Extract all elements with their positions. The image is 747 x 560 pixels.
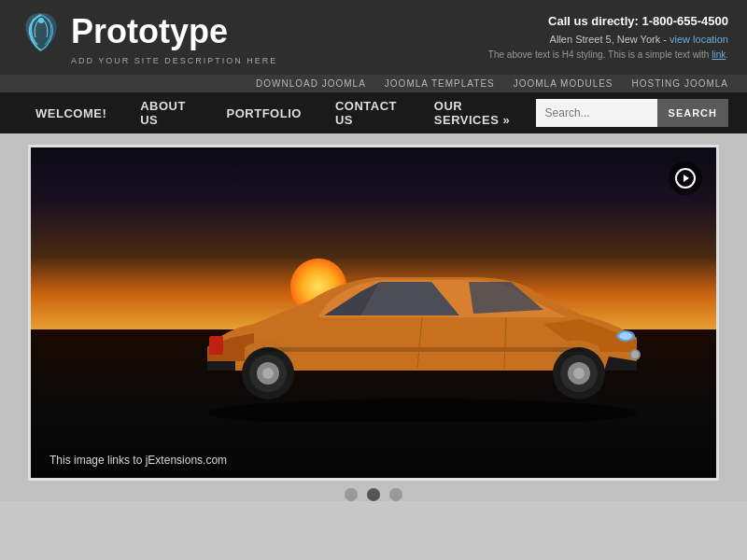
contact-address: Allen Street 5, New York - view location — [488, 32, 728, 49]
header: Prototype ADD YOUR SITE DESCRIPTION HERE… — [0, 0, 747, 75]
top-nav-hosting-joomla[interactable]: HOSTING JOOMLA — [632, 78, 728, 89]
top-nav: DOWNLOAD JOOMLA JOOMLA TEMPLATES JOOMLA … — [0, 75, 747, 92]
logo-icon — [19, 9, 63, 54]
svg-point-9 — [262, 368, 274, 379]
top-nav-joomla-modules[interactable]: JOOMLA MODULES — [514, 78, 613, 89]
logo-text: Prototype — [71, 12, 228, 51]
contact-phone: Call us directly: 1-800-655-4500 — [488, 12, 728, 32]
view-location-link[interactable]: view location — [669, 34, 728, 45]
main-nav: WELCOME! ABOUT US PORTFOLIO CONTACT US O… — [0, 92, 747, 133]
search-input[interactable] — [536, 99, 657, 127]
nav-contact-us[interactable]: CONTACT US — [318, 92, 417, 133]
hero-caption: This image links to jExtensions.com — [49, 454, 227, 467]
dot-1[interactable] — [345, 488, 358, 501]
hero-section: This image links to jExtensions.com — [28, 145, 719, 481]
svg-point-5 — [573, 368, 585, 379]
logo-area: Prototype ADD YOUR SITE DESCRIPTION HERE — [19, 9, 277, 65]
svg-rect-12 — [209, 336, 223, 355]
svg-point-11 — [619, 332, 632, 340]
slideshow-dots — [0, 488, 747, 501]
logo-container: Prototype — [19, 9, 277, 54]
dot-3[interactable] — [389, 488, 402, 501]
svg-point-1 — [207, 399, 637, 422]
contact-area: Call us directly: 1-800-655-4500 Allen S… — [488, 12, 728, 63]
slide-indicator — [669, 161, 702, 195]
dot-2[interactable] — [367, 488, 380, 501]
nav-our-services[interactable]: OUR SERVICES » — [417, 92, 536, 133]
site-tagline: ADD YOUR SITE DESCRIPTION HERE — [71, 56, 277, 65]
nav-links: WELCOME! ABOUT US PORTFOLIO CONTACT US O… — [19, 92, 536, 133]
hero-image: This image links to jExtensions.com — [31, 147, 716, 478]
nav-about-us[interactable]: ABOUT US — [123, 92, 209, 133]
contact-small-text: The above text is H4 styling. This is a … — [488, 48, 728, 63]
hero-caption-text: This image links to jExtensions.com — [49, 454, 227, 467]
svg-point-14 — [631, 351, 639, 358]
car-image — [179, 217, 665, 422]
search-button[interactable]: SEARCH — [657, 99, 728, 127]
nav-portfolio[interactable]: PORTFOLIO — [210, 92, 318, 133]
search-area: SEARCH — [536, 99, 728, 127]
top-nav-joomla-templates[interactable]: JOOMLA TEMPLATES — [385, 78, 495, 89]
svg-point-0 — [38, 18, 44, 23]
top-nav-download-joomla[interactable]: DOWNLOAD JOOMLA — [256, 78, 366, 89]
nav-welcome[interactable]: WELCOME! — [19, 92, 123, 133]
link-text[interactable]: link — [712, 49, 726, 60]
